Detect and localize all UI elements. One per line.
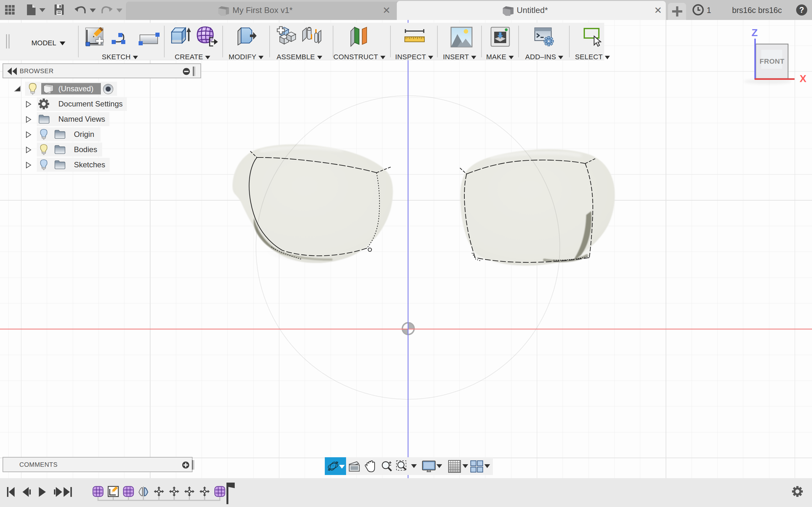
- svg-text:X: X: [800, 73, 807, 84]
- svg-text:Z: Z: [751, 27, 758, 38]
- svg-text:FRONT: FRONT: [760, 57, 784, 65]
- svg-text:?: ?: [799, 5, 804, 14]
